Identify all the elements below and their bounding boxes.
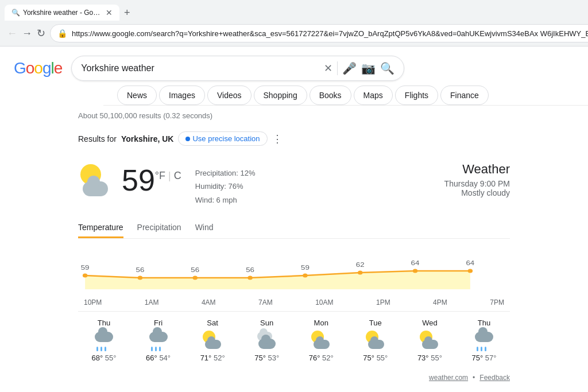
search-button[interactable]: 🔍: [380, 61, 394, 75]
weather-source-link[interactable]: weather.com: [429, 374, 468, 382]
day-temps-4: 76° 52°: [309, 354, 334, 362]
nav-bar: ← → ↻ 🔒 https://www.google.com/search?q=…: [0, 21, 588, 46]
tab-bar: 🔍 Yorkshire weather - Google Sear... ✕ +: [0, 0, 588, 21]
tab-favicon: 🔍: [11, 9, 20, 17]
high-temp-1: 66°: [146, 354, 157, 362]
image-search-button[interactable]: 📷: [361, 61, 376, 75]
chart-dot-2: [193, 276, 198, 280]
high-temp-6: 73°: [417, 354, 429, 362]
chart-dot-6: [413, 269, 417, 273]
weather-title: Weather: [444, 162, 510, 177]
tab-shopping[interactable]: Shopping: [254, 86, 307, 105]
weather-tabs: Temperature Precipitation Wind: [78, 218, 510, 239]
tab-books[interactable]: Books: [310, 86, 351, 105]
high-temp-5: 75°: [363, 354, 374, 362]
day-icon-6: [419, 329, 440, 351]
tab-images[interactable]: Images: [159, 86, 205, 105]
chart-dot-5: [358, 271, 362, 275]
chart-label-6: 64: [411, 259, 420, 267]
google-page: Google ✕ 🎤 📷 🔍 News Images Videos Shoppi…: [0, 46, 588, 392]
weather-tab-precipitation[interactable]: Precipitation: [137, 218, 181, 238]
day-temps-7: 75° 57°: [471, 354, 496, 362]
use-precise-location-button[interactable]: Use precise location: [178, 131, 267, 146]
forward-button[interactable]: →: [22, 25, 32, 41]
day-name-4: Mon: [314, 319, 328, 327]
weather-card: 59 °F | C Precipitation: 12% Humidity: 7…: [78, 153, 510, 392]
partly-cloud-shape: [205, 340, 221, 349]
back-button[interactable]: ←: [7, 25, 17, 41]
day-temps-1: 66° 54°: [146, 354, 171, 362]
search-input[interactable]: [81, 63, 319, 73]
drop-7a: [477, 347, 478, 351]
logo-g2: g: [42, 59, 51, 77]
drop-3: [105, 347, 106, 351]
chart-svg: 59 56 56 56 59 62 64 64: [78, 248, 510, 294]
time-label-0: 10PM: [84, 298, 102, 306]
rain-cloud-body: [95, 332, 113, 342]
day-icon-7: [473, 329, 495, 351]
temperature-unit: °F | C: [155, 170, 181, 182]
current-weather: 59 °F | C Precipitation: 12% Humidity: 7…: [78, 162, 510, 207]
google-header: Google ✕ 🎤 📷 🔍: [0, 46, 588, 81]
chart-label-5: 62: [356, 261, 365, 269]
new-tab-button[interactable]: +: [119, 7, 135, 19]
chart-label-0: 59: [81, 264, 90, 271]
day-forecast: Thu 68° 55°: [78, 311, 510, 369]
weather-icon-temp: 59 °F | C: [78, 162, 181, 199]
time-label-7: 7PM: [490, 298, 504, 306]
address-bar[interactable]: 🔒 https://www.google.com/search?q=Yorksh…: [50, 24, 588, 42]
tab-news[interactable]: News: [117, 86, 157, 105]
weather-footer: weather.com • Feedback: [78, 369, 510, 386]
drop-2: [100, 347, 102, 351]
tab-close-button[interactable]: ✕: [106, 8, 113, 17]
weather-tab-wind[interactable]: Wind: [195, 218, 214, 238]
refresh-button[interactable]: ↻: [37, 25, 45, 41]
feedback-link[interactable]: Feedback: [479, 374, 510, 382]
time-label-3: 7AM: [258, 298, 273, 306]
low-temp-6: 55°: [431, 354, 442, 362]
weather-tab-temperature[interactable]: Temperature: [78, 218, 123, 238]
drop-7b: [481, 347, 482, 351]
time-label-2: 4AM: [202, 298, 216, 306]
low-temp-2: 52°: [214, 354, 225, 362]
logo-o2: o: [34, 59, 42, 77]
temperature-display: 59 °F | C: [122, 165, 181, 195]
low-temp-5: 55°: [377, 354, 388, 362]
chart-dot-0: [83, 274, 87, 278]
tab-maps[interactable]: Maps: [354, 86, 393, 105]
day-name-1: Fri: [154, 319, 163, 327]
forecast-day-5: Tue 75° 55°: [350, 319, 401, 362]
location-name: Yorkshire, UK: [121, 134, 174, 143]
chart-fill: [85, 271, 470, 289]
forecast-day-3: Sun 75° 53°: [241, 319, 293, 362]
rain-drops-1: [151, 347, 161, 351]
weather-title-block: Weather Thursday 9:00 PM Mostly cloudy: [444, 162, 510, 197]
chart-label-3: 56: [246, 266, 254, 274]
clear-search-button[interactable]: ✕: [324, 62, 332, 75]
drop-1: [96, 347, 98, 351]
ps-cloud-6: [422, 340, 438, 349]
search-divider: [337, 61, 338, 75]
logo-g: G: [14, 59, 26, 77]
day-name-2: Sat: [207, 319, 218, 327]
tab-finance[interactable]: Finance: [440, 86, 489, 105]
day-icon-2: [202, 329, 223, 351]
active-tab[interactable]: 🔍 Yorkshire weather - Google Sear... ✕: [5, 5, 119, 21]
day-name-0: Thu: [98, 319, 110, 327]
location-dot-icon: [185, 137, 190, 141]
temperature-value: 59: [122, 165, 155, 195]
cloud-shape: [83, 181, 108, 196]
more-options-button[interactable]: ⋮: [272, 133, 283, 145]
url-text: https://www.google.com/search?q=Yorkshir…: [72, 29, 588, 38]
wind-info: Wind: 6 mph: [195, 193, 256, 207]
chart-label-1: 56: [136, 266, 145, 274]
unit-f: °F: [155, 170, 165, 181]
unit-c: C: [174, 170, 181, 181]
search-box: ✕ 🎤 📷 🔍: [71, 56, 404, 81]
ps-cloud-5: [368, 340, 384, 349]
tab-flights[interactable]: Flights: [395, 86, 438, 105]
voice-search-button[interactable]: 🎤: [342, 61, 357, 75]
current-weather-icon: [78, 162, 115, 199]
tab-videos[interactable]: Videos: [207, 86, 252, 105]
high-temp-3: 75°: [254, 354, 266, 362]
